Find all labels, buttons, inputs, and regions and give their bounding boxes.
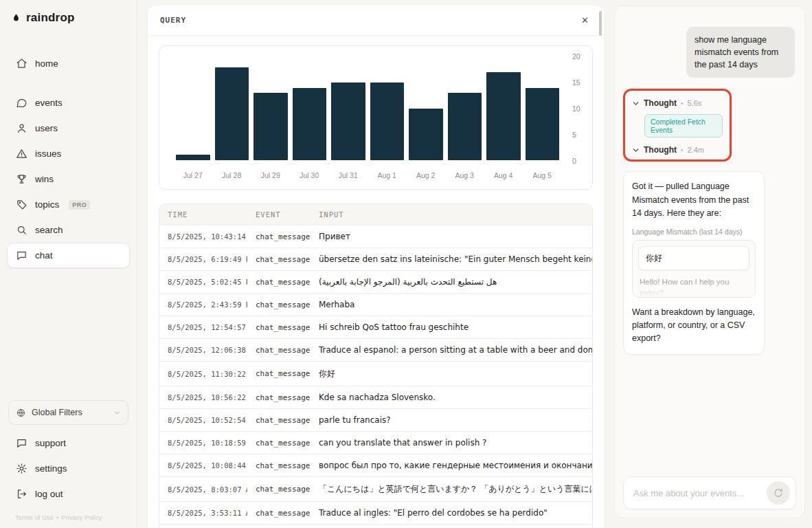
cell-input: Merhaba bbox=[311, 294, 592, 316]
assistant-followup: Want a breakdown by language, platform, … bbox=[632, 306, 756, 346]
status-badge[interactable]: Completed Fetch Events bbox=[644, 114, 723, 138]
scrollbar[interactable] bbox=[599, 11, 602, 36]
chevron-down-icon bbox=[632, 100, 640, 107]
x-tick-label: Jul 31 bbox=[331, 171, 365, 179]
cell-time: 8/5/2025, 10:56:22 AM bbox=[159, 386, 247, 409]
table-row[interactable]: 8/5/2025, 10:08:44 AMchat_messageвопрос … bbox=[159, 454, 592, 477]
cell-input: 你好 bbox=[311, 362, 592, 386]
sidebar-item-topics[interactable]: topics PRO bbox=[7, 192, 130, 217]
legal-links: Terms of Use • Privacy Policy bbox=[7, 507, 130, 527]
sidebar-item-search[interactable]: search bbox=[7, 217, 130, 243]
sidebar-item-logout[interactable]: log out bbox=[7, 481, 130, 507]
sidebar-nav: home events users issues wins bbox=[0, 51, 137, 268]
table-row[interactable]: 8/5/2025, 3:20:31 AMchat_messageTranslat… bbox=[159, 525, 592, 528]
table-row[interactable]: 8/5/2025, 12:06:38 PMchat_messageTraduce… bbox=[159, 339, 592, 362]
cell-time: 8/5/2025, 12:54:57 PM bbox=[159, 316, 247, 339]
events-icon bbox=[16, 97, 27, 109]
chat-input[interactable] bbox=[628, 488, 767, 498]
sidebar-item-chat[interactable]: chat bbox=[7, 243, 130, 268]
table-row[interactable]: 8/5/2025, 10:56:22 AMchat_messageKde sa … bbox=[159, 386, 592, 409]
chart-bar bbox=[253, 93, 288, 160]
cell-event: chat_message bbox=[247, 294, 311, 316]
cell-input: Traduce al ingles: "El perro del cordobe… bbox=[311, 502, 592, 525]
sidebar-bottom: Global Filters support settings log out … bbox=[0, 400, 137, 528]
chat-panel: show me language mismatch events from th… bbox=[614, 6, 805, 518]
chat-bubble-icon bbox=[16, 250, 27, 261]
global-filters-label: Global Filters bbox=[32, 408, 82, 417]
sidebar-item-label: topics bbox=[35, 199, 59, 210]
x-tick-label: Jul 29 bbox=[253, 171, 288, 179]
cell-input: can you translate that answer in polish … bbox=[311, 432, 592, 454]
cell-event: chat_message bbox=[247, 386, 311, 409]
y-tick-label: 20 bbox=[572, 52, 580, 60]
chart-plot-area: 20151050 bbox=[172, 57, 585, 165]
chevron-down-icon bbox=[632, 146, 640, 154]
widget-user-message: 你好 bbox=[638, 246, 749, 270]
cell-time: 8/5/2025, 5:02:45 PM bbox=[159, 271, 247, 294]
privacy-link[interactable]: Privacy Policy bbox=[61, 514, 102, 521]
sidebar-item-wins[interactable]: wins bbox=[7, 166, 130, 192]
cell-event: chat_message bbox=[247, 502, 311, 525]
chart-bar bbox=[176, 155, 210, 160]
sidebar-item-users[interactable]: users bbox=[7, 116, 130, 141]
chat-input-bar bbox=[623, 476, 796, 509]
sidebar-item-label: home bbox=[35, 58, 58, 69]
logo-text: raindrop bbox=[26, 11, 75, 25]
chart-bar bbox=[409, 109, 443, 160]
chart-bar bbox=[331, 82, 365, 160]
cell-input: 「こんにちは」と英語で何と言いますか？ 「ありがとう」という言葉にはどのような意… bbox=[311, 477, 592, 502]
cell-time: 8/5/2025, 3:20:31 AM bbox=[159, 525, 247, 528]
thought-label: Thought bbox=[644, 145, 677, 155]
sidebar-item-events[interactable]: events bbox=[7, 90, 130, 116]
thought-separator: • bbox=[681, 100, 684, 107]
cell-input: übersetze den satz ins lateinische: "Ein… bbox=[311, 248, 592, 271]
global-filters-select[interactable]: Global Filters bbox=[8, 400, 128, 425]
search-icon bbox=[16, 224, 27, 236]
sidebar-item-issues[interactable]: issues bbox=[7, 141, 130, 166]
language-mismatch-widget[interactable]: 你好 Hello! How can I help you today? bbox=[632, 240, 756, 298]
x-tick-label: Jul 27 bbox=[176, 171, 210, 179]
sidebar-item-settings[interactable]: settings bbox=[7, 456, 130, 481]
table-row[interactable]: 8/5/2025, 6:19:49 PMchat_messageübersetz… bbox=[159, 248, 592, 271]
column-header: EVENT bbox=[247, 204, 311, 226]
x-tick-label: Aug 2 bbox=[409, 171, 443, 179]
table-row[interactable]: 8/5/2025, 8:03:07 AMchat_message「こんにちは」と… bbox=[159, 477, 592, 502]
y-tick-label: 10 bbox=[572, 104, 580, 113]
sidebar-item-home[interactable]: home bbox=[7, 51, 130, 76]
query-panel-header: QUERY ✕ bbox=[148, 6, 604, 36]
terms-link[interactable]: Terms of Use bbox=[15, 514, 54, 521]
table-row[interactable]: 8/5/2025, 10:43:14 PMchat_messageПривет bbox=[159, 226, 592, 248]
sidebar: raindrop home events users issues bbox=[0, 0, 137, 528]
chart-x-axis: Jul 27Jul 28Jul 29Jul 30Jul 31Aug 1Aug 2… bbox=[172, 165, 563, 181]
thought-toggle-1[interactable]: Thought • 5.6s bbox=[632, 96, 723, 110]
table-row[interactable]: 8/5/2025, 10:18:59 AMchat_messagecan you… bbox=[159, 432, 592, 454]
sidebar-item-support[interactable]: support bbox=[7, 430, 130, 456]
close-icon[interactable]: ✕ bbox=[578, 14, 591, 27]
cell-event: chat_message bbox=[247, 226, 311, 248]
pro-badge: PRO bbox=[69, 200, 90, 210]
column-header: TIME bbox=[159, 204, 247, 226]
table-row[interactable]: 8/5/2025, 11:30:22 AMchat_message你好 bbox=[159, 362, 592, 386]
thought-toggle-2[interactable]: Thought • 2.4m bbox=[632, 143, 723, 157]
sidebar-item-label: search bbox=[35, 225, 63, 235]
legal-separator: • bbox=[56, 514, 58, 521]
globe-icon bbox=[16, 408, 26, 418]
sidebar-spacer bbox=[0, 268, 137, 400]
thought-separator: • bbox=[681, 146, 684, 154]
support-icon bbox=[16, 437, 27, 449]
logo: raindrop bbox=[0, 0, 137, 25]
chevron-down-icon bbox=[113, 409, 121, 417]
table-row[interactable]: 8/5/2025, 3:53:11 AMchat_messageTraduce … bbox=[159, 502, 592, 525]
table-row[interactable]: 8/5/2025, 12:54:57 PMchat_messageHi schr… bbox=[159, 316, 592, 339]
table-row[interactable]: 8/5/2025, 10:52:54 AMchat_messageparle t… bbox=[159, 409, 592, 432]
assistant-intro: Got it — pulled Language Mismatch events… bbox=[632, 180, 756, 220]
table-row[interactable]: 8/5/2025, 2:43:59 PMchat_messageMerhaba bbox=[159, 294, 592, 316]
x-tick-label: Jul 30 bbox=[293, 171, 327, 179]
chart-bar bbox=[486, 72, 521, 160]
regenerate-icon[interactable] bbox=[767, 481, 790, 505]
cell-input: Привет bbox=[311, 226, 592, 248]
chart-bars bbox=[172, 57, 563, 160]
y-tick-label: 0 bbox=[572, 157, 576, 165]
table-row[interactable]: 8/5/2025, 5:02:45 PMchat_messageهل تستطي… bbox=[159, 271, 592, 294]
sidebar-item-label: wins bbox=[35, 174, 54, 184]
